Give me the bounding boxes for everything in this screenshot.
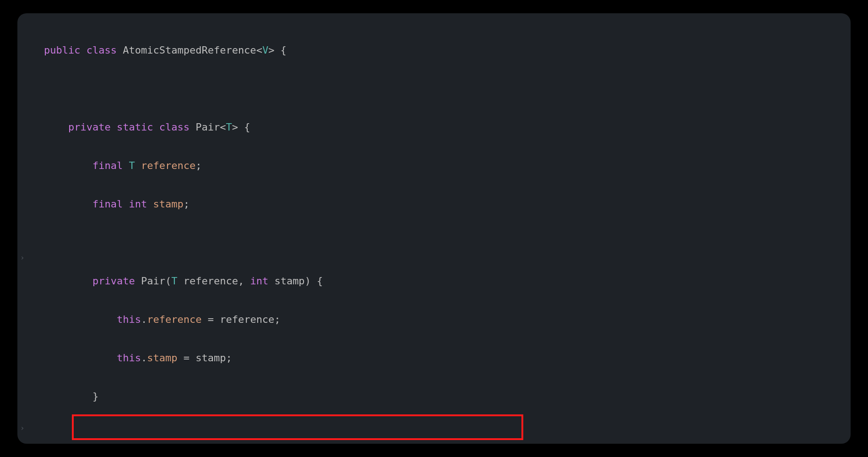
code-line	[44, 425, 851, 444]
code-line: private Pair(T reference, int stamp) {	[44, 272, 851, 291]
code-content[interactable]: public class AtomicStampedReference<V> {…	[44, 22, 851, 444]
code-line: public class AtomicStampedReference<V> {	[44, 41, 851, 60]
code-line: final int stamp;	[44, 195, 851, 214]
code-line	[44, 233, 851, 252]
code-line: this.stamp = stamp;	[44, 348, 851, 368]
editor-gutter: › ›	[17, 13, 39, 444]
code-editor-panel: › › public class AtomicStampedReference<…	[17, 13, 851, 444]
code-line: }	[44, 387, 851, 406]
code-line	[44, 79, 851, 98]
code-line: private static class Pair<T> {	[44, 118, 851, 137]
code-line: final T reference;	[44, 156, 851, 175]
fold-arrow-icon[interactable]: ›	[20, 424, 25, 432]
fold-arrow-icon[interactable]: ›	[20, 253, 25, 262]
code-line: this.reference = reference;	[44, 310, 851, 329]
